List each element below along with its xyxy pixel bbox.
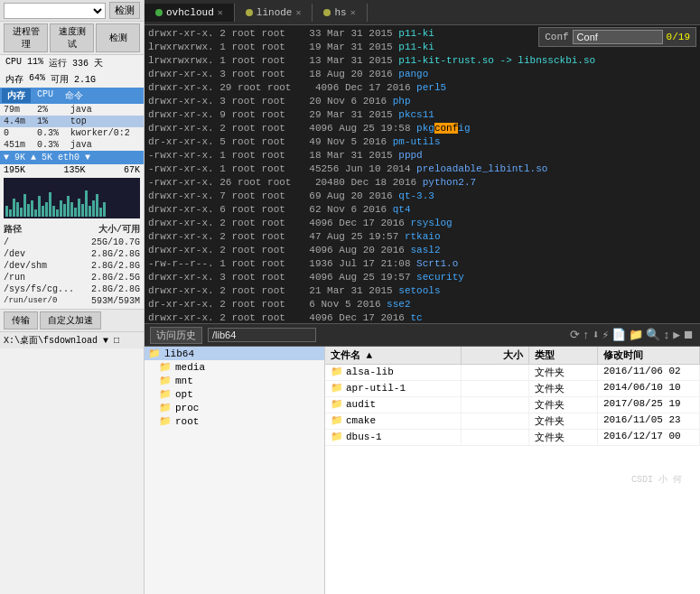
- tree-label-proc: proc: [175, 403, 199, 413]
- tree-label-opt: opt: [175, 389, 193, 400]
- tab-linode[interactable]: linode ✕: [235, 4, 313, 22]
- transfer-button[interactable]: 传输: [4, 311, 38, 329]
- terminal-content: Conf 0/19 drwxr-xr-x. 2 root root 33 Mar…: [145, 25, 700, 323]
- file-size: [462, 413, 530, 429]
- file-size: [462, 397, 530, 413]
- network-graph: [4, 178, 140, 218]
- visit-history-button[interactable]: 访问历史: [150, 327, 202, 344]
- table-row[interactable]: 4.4m1%top: [0, 116, 144, 127]
- tree-panel: 📁 lib64 📁 media 📁 mnt 📁 opt 📁 proc 📁: [145, 347, 325, 594]
- tree-item-lib64[interactable]: 📁 lib64: [145, 347, 324, 360]
- disk-size-header: 大小/可用: [98, 223, 140, 236]
- tab-hs[interactable]: hs ✕: [313, 4, 367, 22]
- disk-section: 路径 大小/可用 /25G/10.7G /dev2.8G/2.8G /dev/s…: [0, 220, 144, 309]
- cpu-label: CPU: [5, 57, 22, 70]
- custom-speed-button[interactable]: 自定义加速: [40, 311, 101, 329]
- path-input[interactable]: [208, 328, 316, 342]
- file-row[interactable]: 📁apr-util-1 文件夹 2014/06/10 10: [325, 381, 700, 397]
- file-type: 文件夹: [529, 413, 598, 429]
- folder-icon: 📁: [331, 367, 343, 377]
- tree-item-mnt[interactable]: 📁 mnt: [145, 374, 324, 387]
- upload-icon[interactable]: ⚡: [602, 328, 610, 342]
- file-row[interactable]: 📁dbus-1 文件夹 2016/12/17 00: [325, 430, 700, 446]
- speed-test-btn[interactable]: 速度测试: [50, 23, 94, 52]
- disk-header: 路径 大小/可用: [4, 222, 140, 237]
- disk-row: /dev2.8G/2.8G: [4, 248, 140, 260]
- up-icon[interactable]: ↑: [583, 329, 590, 342]
- term-line: -rwxr-xr-x. 1 root root 45256 Jun 10 201…: [148, 162, 696, 176]
- tab-ovhcloud[interactable]: ovhcloud ✕: [145, 4, 235, 22]
- new-folder-icon[interactable]: 📁: [629, 328, 643, 342]
- file-date: 2017/08/25 19: [598, 397, 700, 413]
- close-tab-hs-icon[interactable]: ✕: [350, 7, 356, 18]
- tab-bar: ovhcloud ✕ linode ✕ hs ✕: [145, 0, 700, 25]
- folder-icon: 📁: [331, 383, 343, 394]
- close-tab-linode-icon[interactable]: ✕: [295, 7, 301, 18]
- tree-item-media[interactable]: 📁 media: [145, 360, 324, 374]
- play-icon[interactable]: ▶: [673, 328, 680, 342]
- term-line: drwxr-xr-x. 2 root root 4096 Aug 25 19:5…: [148, 122, 696, 135]
- tab-dot-yellow1: [246, 9, 253, 16]
- table-row[interactable]: 451m0.3%java: [0, 139, 144, 151]
- search-overlay: Conf 0/19: [538, 27, 696, 47]
- file-list-header: 文件名 ▲ 大小 类型 修改时间: [325, 347, 700, 365]
- mem-row: 内存 64% 可用 2.1G: [0, 71, 144, 88]
- term-line: drwxr-xr-x. 3 root root 18 Aug 20 2016 p…: [148, 68, 696, 81]
- disk-row: /dev/shm2.8G/2.8G: [4, 260, 140, 272]
- refresh-icon[interactable]: ⟳: [570, 328, 580, 342]
- term-line: drwxr-xr-x. 2 root root 4096 Aug 20 2016…: [148, 244, 696, 257]
- net-row: 195K 135K 67K: [0, 164, 144, 176]
- process-manage-btn[interactable]: 进程管理: [4, 23, 48, 52]
- term-line: drwxr-xr-x. 2 root root 4096 Dec 17 2016…: [148, 311, 696, 323]
- tree-item-proc[interactable]: 📁 proc: [145, 401, 324, 414]
- left-panel: 检测 进程管理 速度测试 检测 CPU 11% 运行 336 天 内存 64% …: [0, 0, 145, 594]
- sort-icon[interactable]: ↕: [663, 329, 670, 342]
- detect-button[interactable]: 检测: [109, 2, 140, 19]
- col-size-header[interactable]: 大小: [462, 347, 530, 364]
- address-toolbar: 访问历史 ⟳ ↑ ⬇ ⚡ 📄 📁 🔍 ↕ ▶ ⏹: [145, 323, 700, 347]
- search-input[interactable]: [573, 30, 663, 44]
- file-date: 2014/06/10 10: [598, 381, 700, 396]
- term-line: drwxr-xr-x. 3 root root 4096 Aug 25 19:5…: [148, 271, 696, 284]
- top-bar: 检测: [0, 0, 144, 22]
- disk-row: /run/user/0593M/593M: [4, 295, 140, 307]
- term-line: dr-xr-xr-x. 5 root root 49 Nov 5 2016 pm…: [148, 135, 696, 149]
- folder-icon: 📁: [159, 402, 172, 413]
- tree-label-media: media: [175, 362, 205, 373]
- file-row[interactable]: 📁cmake 文件夹 2016/11/05 23: [325, 413, 700, 430]
- watermark-text: CSDI 小 何: [631, 475, 682, 485]
- disk-row: /25G/10.7G: [4, 237, 140, 248]
- file-row[interactable]: 📁alsa-lib 文件夹 2016/11/06 02: [325, 365, 700, 381]
- term-line: -rw-r--r--. 1 root root 1936 Jul 17 21:0…: [148, 257, 696, 271]
- file-date: 2016/12/17 00: [598, 430, 700, 445]
- tab-command[interactable]: 命令: [60, 88, 89, 103]
- file-date: 2016/11/06 02: [598, 365, 700, 380]
- col-date-header[interactable]: 修改时间: [598, 347, 700, 364]
- folder-icon: 📁: [159, 388, 172, 400]
- search-files-icon[interactable]: 🔍: [646, 328, 660, 342]
- table-row[interactable]: 00.3%kworker/0:2: [0, 127, 144, 139]
- file-date: 2016/11/05 23: [598, 413, 700, 429]
- tab-cpu[interactable]: CPU: [32, 88, 59, 103]
- tab-memory[interactable]: 内存: [2, 88, 31, 103]
- term-line: -rwxr-xr-x. 26 root root 20480 Dec 18 20…: [148, 176, 696, 190]
- table-row[interactable]: 79m2%java: [0, 104, 144, 116]
- disk-row: /run2.8G/2.5G: [4, 272, 140, 283]
- file-name: alsa-lib: [346, 367, 394, 377]
- folder-icon: 📁: [159, 415, 172, 427]
- file-row[interactable]: 📁audit 文件夹 2017/08/25 19: [325, 397, 700, 413]
- term-line: drwxr-xr-x. 6 root root 62 Nov 6 2016 qt…: [148, 203, 696, 217]
- col-type-header[interactable]: 类型: [529, 347, 598, 364]
- stop-icon[interactable]: ⏹: [683, 329, 695, 342]
- close-tab-icon[interactable]: ✕: [218, 7, 223, 18]
- tree-item-root[interactable]: 📁 root: [145, 414, 324, 428]
- tree-item-opt[interactable]: 📁 opt: [145, 387, 324, 401]
- term-line: drwxr-xr-x. 29 root root 4096 Dec 17 201…: [148, 81, 696, 95]
- download-icon[interactable]: ⬇: [593, 328, 600, 342]
- search-dropdown[interactable]: [4, 3, 106, 19]
- bottom-buttons: 传输 自定义加速: [0, 309, 144, 331]
- new-file-icon[interactable]: 📄: [611, 328, 626, 342]
- detect-btn2[interactable]: 检测: [96, 23, 140, 52]
- col-name-header[interactable]: 文件名 ▲: [325, 347, 462, 364]
- toolbar-icons: ⟳ ↑ ⬇ ⚡ 📄 📁 🔍 ↕ ▶ ⏹: [570, 328, 695, 342]
